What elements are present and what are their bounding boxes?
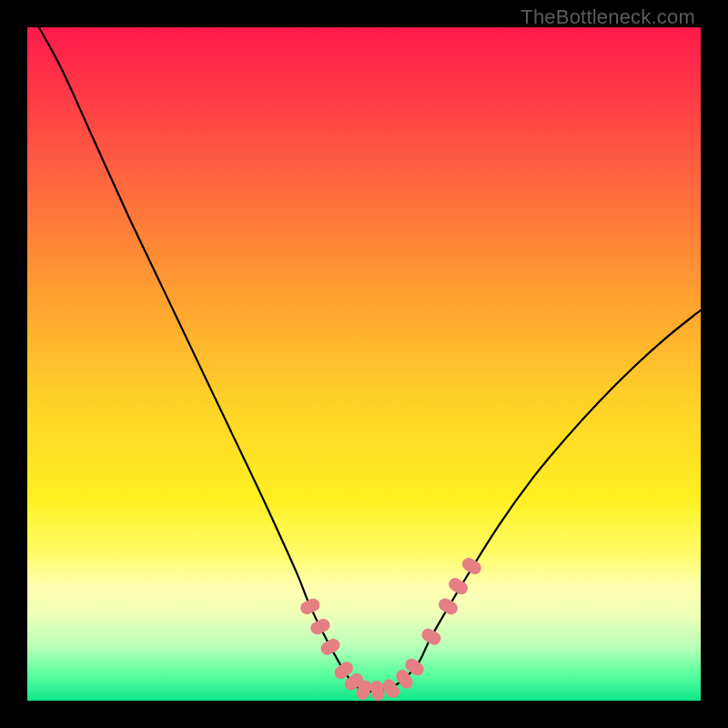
plot-area (27, 27, 701, 701)
bead (298, 596, 322, 616)
highlight-beads (298, 555, 484, 701)
bead (420, 626, 443, 647)
outer-frame: TheBottleneck.com (0, 0, 728, 728)
bottleneck-curve (27, 27, 701, 692)
watermark-text: TheBottleneck.com (521, 5, 695, 29)
bead (369, 680, 386, 701)
bead (308, 617, 332, 637)
bead (436, 596, 460, 617)
bead (460, 555, 483, 576)
bottleneck-curve-svg (27, 27, 701, 701)
bead (318, 636, 342, 657)
